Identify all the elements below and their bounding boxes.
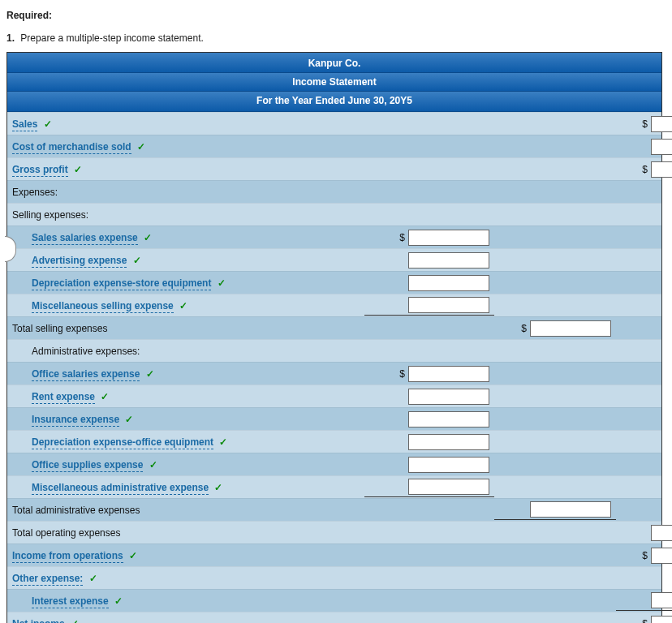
row-net-income: Net income ✓ $	[7, 612, 661, 623]
dollar-sign: $	[399, 368, 405, 380]
row-misc-admin: Miscellaneous administrative expense ✓	[7, 475, 661, 498]
label-office-salaries: Office salaries expense ✓	[7, 365, 364, 383]
row-sales-salaries: Sales salaries expense ✓ $	[7, 226, 661, 248]
row-cogs: Cost of merchandise sold ✓	[7, 135, 661, 157]
row-total-operating: Total operating expenses	[7, 521, 661, 544]
label-misc-selling: Miscellaneous selling expense ✓	[7, 297, 364, 315]
check-icon: ✓	[133, 255, 141, 266]
input-rent[interactable]	[408, 389, 489, 405]
link-dep-office[interactable]: Depreciation expense-office equipment	[32, 436, 213, 449]
row-total-admin: Total administrative expenses	[7, 498, 661, 521]
row-admin-expenses: Administrative expenses:	[7, 339, 661, 362]
label-dep-office: Depreciation expense-office equipment ✓	[7, 433, 364, 451]
input-interest[interactable]	[651, 592, 672, 608]
link-advertising[interactable]: Advertising expense	[32, 255, 127, 268]
row-gross-profit: Gross profit ✓ $	[7, 157, 661, 180]
input-misc-selling[interactable]	[408, 297, 489, 313]
input-income-ops[interactable]	[651, 548, 672, 564]
link-rent[interactable]: Rent expense	[32, 391, 95, 404]
check-icon: ✓	[129, 550, 137, 561]
check-icon: ✓	[74, 164, 82, 175]
label-net-income: Net income ✓	[7, 615, 364, 624]
check-icon: ✓	[219, 436, 227, 448]
link-insurance[interactable]: Insurance expense	[32, 414, 119, 427]
label-interest: Interest expense ✓	[7, 592, 364, 610]
label-misc-admin: Miscellaneous administrative expense ✓	[7, 479, 364, 496]
label-other-expense: Other expense: ✓	[7, 569, 364, 587]
label-selling-expenses: Selling expenses:	[7, 206, 364, 224]
link-dep-store[interactable]: Depreciation expense-store equipment	[32, 277, 211, 290]
row-dep-office: Depreciation expense-office equipment ✓	[7, 430, 661, 453]
row-dep-store: Depreciation expense-store equipment ✓	[7, 271, 661, 294]
row-office-salaries: Office salaries expense ✓ $	[7, 362, 661, 385]
check-icon: ✓	[101, 391, 109, 402]
link-gross-profit[interactable]: Gross profit	[12, 164, 68, 177]
link-other-expense[interactable]: Other expense:	[12, 573, 83, 586]
input-advertising[interactable]	[408, 252, 489, 269]
row-sales: Sales ✓ $	[7, 112, 661, 135]
row-selling-expenses: Selling expenses:	[7, 203, 661, 226]
label-insurance: Insurance expense ✓	[7, 410, 364, 428]
header-title: Income Statement	[7, 73, 661, 92]
link-misc-selling[interactable]: Miscellaneous selling expense	[32, 300, 174, 313]
label-cogs: Cost of merchandise sold ✓	[7, 138, 364, 156]
row-office-supplies: Office supplies expense ✓	[7, 453, 661, 475]
input-sales[interactable]	[651, 116, 672, 132]
link-cogs[interactable]: Cost of merchandise sold	[12, 141, 131, 154]
dollar-sign: $	[521, 323, 527, 334]
check-icon: ✓	[125, 414, 133, 425]
check-icon: ✓	[146, 368, 154, 380]
label-advertising: Advertising expense ✓	[7, 251, 364, 269]
check-icon: ✓	[114, 595, 123, 607]
label-gross-profit: Gross profit ✓	[7, 161, 364, 178]
link-sales[interactable]: Sales	[12, 118, 37, 131]
dollar-sign: $	[642, 550, 648, 561]
instruction: 1. Prepare a multiple-step income statem…	[6, 32, 666, 44]
label-total-admin: Total administrative expenses	[7, 501, 364, 519]
input-gross-profit[interactable]	[651, 161, 672, 178]
dollar-sign: $	[642, 618, 648, 624]
input-total-operating[interactable]	[651, 525, 672, 541]
input-insurance[interactable]	[408, 411, 489, 428]
check-icon: ✓	[214, 482, 222, 493]
check-icon: ✓	[71, 618, 79, 624]
check-icon: ✓	[218, 277, 226, 289]
link-misc-admin[interactable]: Miscellaneous administrative expense	[32, 482, 209, 495]
input-dep-office[interactable]	[408, 434, 489, 450]
row-income-ops: Income from operations ✓ $	[7, 544, 661, 566]
input-dep-store[interactable]	[408, 275, 489, 291]
link-sales-salaries[interactable]: Sales salaries expense	[32, 232, 138, 245]
link-office-salaries[interactable]: Office salaries expense	[32, 368, 140, 381]
input-total-admin[interactable]	[530, 501, 611, 518]
income-statement-worksheet: Kanpur Co. Income Statement For the Year…	[6, 52, 662, 623]
check-icon: ✓	[44, 118, 52, 130]
link-office-supplies[interactable]: Office supplies expense	[32, 459, 143, 472]
input-office-salaries[interactable]	[408, 366, 489, 382]
link-interest[interactable]: Interest expense	[32, 595, 109, 608]
label-admin-expenses: Administrative expenses:	[7, 342, 364, 360]
dollar-sign: $	[399, 232, 405, 243]
label-sales: Sales ✓	[7, 115, 364, 133]
row-total-selling: Total selling expenses $	[7, 316, 661, 339]
required-heading: Required:	[6, 10, 666, 21]
input-cogs[interactable]	[651, 139, 672, 155]
row-interest: Interest expense ✓	[7, 589, 661, 612]
label-dep-store: Depreciation expense-store equipment ✓	[7, 274, 364, 292]
instruction-number: 1.	[6, 32, 15, 44]
input-office-supplies[interactable]	[408, 457, 489, 473]
input-misc-admin[interactable]	[408, 479, 489, 495]
row-insurance: Insurance expense ✓	[7, 407, 661, 430]
row-misc-selling: Miscellaneous selling expense ✓	[7, 294, 661, 316]
input-total-selling[interactable]	[530, 320, 611, 337]
row-rent: Rent expense ✓	[7, 385, 661, 407]
link-income-ops[interactable]: Income from operations	[12, 550, 123, 563]
label-total-selling: Total selling expenses	[7, 320, 364, 337]
header-company: Kanpur Co.	[7, 53, 661, 73]
link-net-income[interactable]: Net income	[12, 618, 65, 624]
check-icon: ✓	[179, 300, 187, 312]
input-net-income[interactable]	[651, 616, 672, 624]
input-sales-salaries[interactable]	[408, 230, 489, 246]
label-office-supplies: Office supplies expense ✓	[7, 456, 364, 474]
instruction-text: Prepare a multiple-step income statement…	[20, 32, 203, 44]
row-other-expense: Other expense: ✓	[7, 566, 661, 589]
